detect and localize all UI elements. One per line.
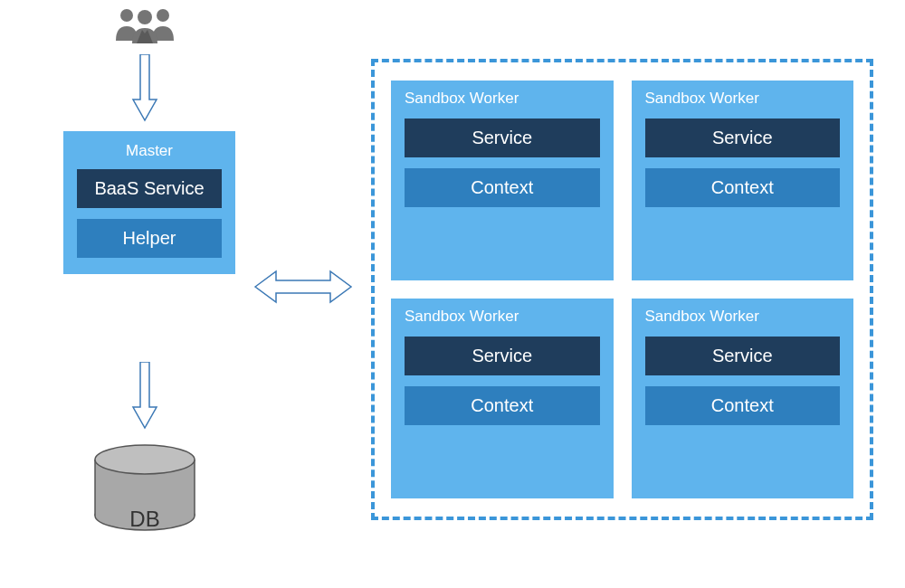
svg-point-1 bbox=[157, 9, 169, 22]
sandbox-worker: Sandbox Worker Service Context bbox=[391, 299, 614, 498]
arrow-down-to-db bbox=[131, 362, 158, 430]
worker-service-block: Service bbox=[405, 337, 600, 375]
worker-title: Sandbox Worker bbox=[405, 308, 600, 326]
worker-title: Sandbox Worker bbox=[405, 90, 600, 108]
master-box: Master BaaS Service Helper bbox=[63, 131, 235, 274]
svg-point-7 bbox=[95, 445, 195, 474]
worker-context-block: Context bbox=[405, 168, 600, 207]
worker-cluster: Sandbox Worker Service Context Sandbox W… bbox=[371, 59, 873, 520]
worker-service-block: Service bbox=[645, 119, 841, 157]
users-icon bbox=[113, 5, 176, 45]
worker-service-block: Service bbox=[645, 337, 841, 375]
sandbox-worker: Sandbox Worker Service Context bbox=[632, 81, 854, 280]
arrow-bidirectional bbox=[253, 269, 353, 305]
master-title: Master bbox=[77, 142, 222, 160]
database-label: DB bbox=[90, 507, 199, 532]
worker-service-block: Service bbox=[405, 119, 600, 157]
sandbox-worker: Sandbox Worker Service Context bbox=[391, 81, 614, 280]
worker-context-block: Context bbox=[405, 386, 600, 425]
svg-point-0 bbox=[120, 9, 133, 22]
worker-title: Sandbox Worker bbox=[645, 308, 841, 326]
svg-point-2 bbox=[138, 10, 152, 24]
worker-context-block: Context bbox=[645, 386, 841, 425]
baas-service-block: BaaS Service bbox=[77, 169, 222, 208]
architecture-diagram: Master BaaS Service Helper DB Sandbox Wo… bbox=[0, 0, 905, 588]
arrow-down-to-master bbox=[131, 54, 158, 122]
worker-title: Sandbox Worker bbox=[645, 90, 841, 108]
worker-context-block: Context bbox=[645, 168, 841, 207]
sandbox-worker: Sandbox Worker Service Context bbox=[632, 299, 854, 498]
helper-block: Helper bbox=[77, 219, 222, 258]
